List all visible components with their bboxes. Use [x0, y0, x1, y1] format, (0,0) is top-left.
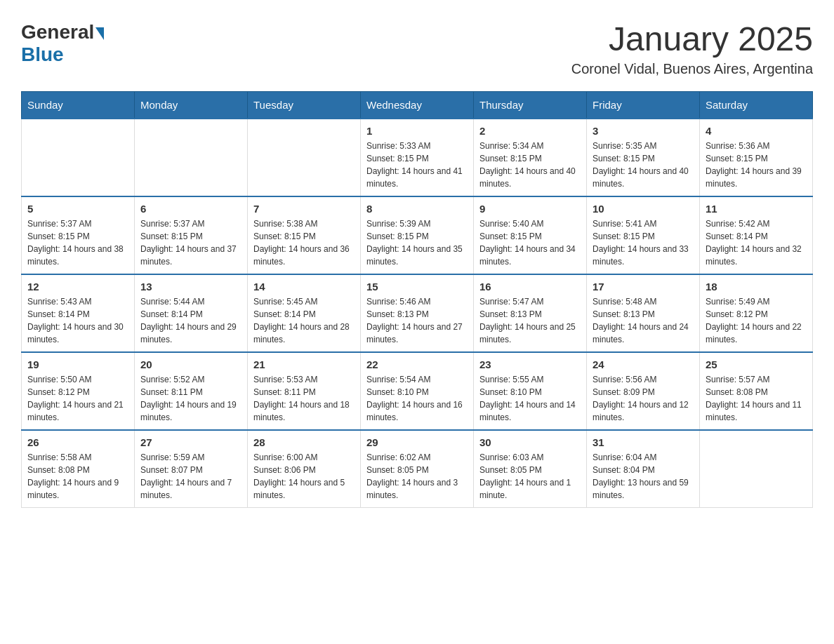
calendar-cell: 26Sunrise: 5:58 AMSunset: 8:08 PMDayligh… — [22, 430, 135, 508]
calendar-cell — [135, 119, 248, 196]
day-info: Sunrise: 6:04 AMSunset: 8:04 PMDaylight:… — [593, 451, 694, 502]
calendar-cell: 28Sunrise: 6:00 AMSunset: 8:06 PMDayligh… — [248, 430, 361, 508]
calendar-cell: 15Sunrise: 5:46 AMSunset: 8:13 PMDayligh… — [361, 274, 474, 352]
calendar-cell: 11Sunrise: 5:42 AMSunset: 8:14 PMDayligh… — [700, 196, 813, 274]
calendar-cell: 19Sunrise: 5:50 AMSunset: 8:12 PMDayligh… — [22, 352, 135, 430]
day-info: Sunrise: 5:47 AMSunset: 8:13 PMDaylight:… — [479, 295, 581, 346]
calendar-cell: 8Sunrise: 5:39 AMSunset: 8:15 PMDaylight… — [361, 196, 474, 274]
logo: General Blue — [21, 21, 105, 66]
calendar-cell: 14Sunrise: 5:45 AMSunset: 8:14 PMDayligh… — [248, 274, 361, 352]
location-subtitle: Coronel Vidal, Buenos Aires, Argentina — [571, 61, 813, 77]
day-number: 28 — [253, 436, 355, 448]
day-info: Sunrise: 5:42 AMSunset: 8:14 PMDaylight:… — [706, 217, 807, 268]
day-info: Sunrise: 5:49 AMSunset: 8:12 PMDaylight:… — [706, 295, 807, 346]
day-info: Sunrise: 5:44 AMSunset: 8:14 PMDaylight:… — [140, 295, 241, 346]
calendar-cell: 3Sunrise: 5:35 AMSunset: 8:15 PMDaylight… — [587, 119, 700, 196]
calendar-cell: 31Sunrise: 6:04 AMSunset: 8:04 PMDayligh… — [587, 430, 700, 508]
logo-general-text: General — [21, 21, 94, 43]
day-number: 1 — [366, 125, 468, 137]
calendar-header-row: SundayMondayTuesdayWednesdayThursdayFrid… — [22, 91, 813, 119]
calendar-cell: 29Sunrise: 6:02 AMSunset: 8:05 PMDayligh… — [361, 430, 474, 508]
day-number: 13 — [140, 281, 241, 293]
day-info: Sunrise: 5:46 AMSunset: 8:13 PMDaylight:… — [366, 295, 468, 346]
day-info: Sunrise: 5:59 AMSunset: 8:07 PMDaylight:… — [140, 451, 241, 502]
calendar-header-tuesday: Tuesday — [248, 91, 361, 119]
day-number: 19 — [27, 358, 128, 370]
calendar-cell: 20Sunrise: 5:52 AMSunset: 8:11 PMDayligh… — [135, 352, 248, 430]
calendar-header-saturday: Saturday — [700, 91, 813, 119]
day-number: 23 — [479, 358, 581, 370]
day-info: Sunrise: 6:00 AMSunset: 8:06 PMDaylight:… — [253, 451, 355, 502]
day-number: 5 — [27, 203, 128, 215]
calendar-cell — [248, 119, 361, 196]
calendar-cell: 13Sunrise: 5:44 AMSunset: 8:14 PMDayligh… — [135, 274, 248, 352]
calendar-cell: 1Sunrise: 5:33 AMSunset: 8:15 PMDaylight… — [361, 119, 474, 196]
day-number: 26 — [27, 436, 128, 448]
calendar-cell: 23Sunrise: 5:55 AMSunset: 8:10 PMDayligh… — [474, 352, 587, 430]
calendar-cell: 18Sunrise: 5:49 AMSunset: 8:12 PMDayligh… — [700, 274, 813, 352]
calendar-cell — [22, 119, 135, 196]
week-row-4: 19Sunrise: 5:50 AMSunset: 8:12 PMDayligh… — [22, 352, 813, 430]
day-number: 29 — [366, 436, 468, 448]
day-info: Sunrise: 6:02 AMSunset: 8:05 PMDaylight:… — [366, 451, 468, 502]
day-number: 21 — [253, 358, 355, 370]
day-number: 15 — [366, 281, 468, 293]
day-number: 16 — [479, 281, 581, 293]
calendar-table: SundayMondayTuesdayWednesdayThursdayFrid… — [21, 91, 813, 508]
week-row-5: 26Sunrise: 5:58 AMSunset: 8:08 PMDayligh… — [22, 430, 813, 508]
day-number: 8 — [366, 203, 468, 215]
calendar-header-wednesday: Wednesday — [361, 91, 474, 119]
calendar-header-friday: Friday — [587, 91, 700, 119]
day-info: Sunrise: 5:34 AMSunset: 8:15 PMDaylight:… — [479, 140, 581, 190]
calendar-cell: 21Sunrise: 5:53 AMSunset: 8:11 PMDayligh… — [248, 352, 361, 430]
calendar-cell: 10Sunrise: 5:41 AMSunset: 8:15 PMDayligh… — [587, 196, 700, 274]
day-info: Sunrise: 5:41 AMSunset: 8:15 PMDaylight:… — [593, 217, 694, 268]
day-number: 25 — [706, 358, 807, 370]
day-number: 6 — [140, 203, 241, 215]
day-info: Sunrise: 5:40 AMSunset: 8:15 PMDaylight:… — [479, 217, 581, 268]
calendar-cell: 25Sunrise: 5:57 AMSunset: 8:08 PMDayligh… — [700, 352, 813, 430]
day-info: Sunrise: 6:03 AMSunset: 8:05 PMDaylight:… — [479, 451, 581, 502]
day-number: 3 — [593, 125, 694, 137]
day-info: Sunrise: 5:52 AMSunset: 8:11 PMDaylight:… — [140, 373, 241, 424]
calendar-cell: 7Sunrise: 5:38 AMSunset: 8:15 PMDaylight… — [248, 196, 361, 274]
day-number: 12 — [27, 281, 128, 293]
day-number: 7 — [253, 203, 355, 215]
day-number: 10 — [593, 203, 694, 215]
day-info: Sunrise: 5:56 AMSunset: 8:09 PMDaylight:… — [593, 373, 694, 424]
day-info: Sunrise: 5:36 AMSunset: 8:15 PMDaylight:… — [706, 140, 807, 190]
day-info: Sunrise: 5:54 AMSunset: 8:10 PMDaylight:… — [366, 373, 468, 424]
day-info: Sunrise: 5:55 AMSunset: 8:10 PMDaylight:… — [479, 373, 581, 424]
day-number: 2 — [479, 125, 581, 137]
day-number: 17 — [593, 281, 694, 293]
day-info: Sunrise: 5:58 AMSunset: 8:08 PMDaylight:… — [27, 451, 128, 502]
calendar-header-sunday: Sunday — [22, 91, 135, 119]
day-info: Sunrise: 5:39 AMSunset: 8:15 PMDaylight:… — [366, 217, 468, 268]
week-row-3: 12Sunrise: 5:43 AMSunset: 8:14 PMDayligh… — [22, 274, 813, 352]
calendar-cell: 5Sunrise: 5:37 AMSunset: 8:15 PMDaylight… — [22, 196, 135, 274]
calendar-cell: 12Sunrise: 5:43 AMSunset: 8:14 PMDayligh… — [22, 274, 135, 352]
title-section: January 2025 Coronel Vidal, Buenos Aires… — [571, 21, 813, 77]
calendar-cell: 16Sunrise: 5:47 AMSunset: 8:13 PMDayligh… — [474, 274, 587, 352]
day-info: Sunrise: 5:43 AMSunset: 8:14 PMDaylight:… — [27, 295, 128, 346]
calendar-cell: 22Sunrise: 5:54 AMSunset: 8:10 PMDayligh… — [361, 352, 474, 430]
week-row-1: 1Sunrise: 5:33 AMSunset: 8:15 PMDaylight… — [22, 119, 813, 196]
day-number: 11 — [706, 203, 807, 215]
calendar-header-thursday: Thursday — [474, 91, 587, 119]
calendar-cell: 24Sunrise: 5:56 AMSunset: 8:09 PMDayligh… — [587, 352, 700, 430]
day-number: 14 — [253, 281, 355, 293]
day-number: 9 — [479, 203, 581, 215]
logo-arrow-icon — [95, 27, 104, 40]
day-number: 20 — [140, 358, 241, 370]
day-info: Sunrise: 5:33 AMSunset: 8:15 PMDaylight:… — [366, 140, 468, 190]
day-info: Sunrise: 5:50 AMSunset: 8:12 PMDaylight:… — [27, 373, 128, 424]
day-info: Sunrise: 5:35 AMSunset: 8:15 PMDaylight:… — [593, 140, 694, 190]
day-number: 18 — [706, 281, 807, 293]
calendar-header-monday: Monday — [135, 91, 248, 119]
logo-blue-text: Blue — [21, 43, 64, 65]
day-number: 30 — [479, 436, 581, 448]
day-info: Sunrise: 5:38 AMSunset: 8:15 PMDaylight:… — [253, 217, 355, 268]
day-info: Sunrise: 5:48 AMSunset: 8:13 PMDaylight:… — [593, 295, 694, 346]
day-info: Sunrise: 5:37 AMSunset: 8:15 PMDaylight:… — [140, 217, 241, 268]
day-info: Sunrise: 5:37 AMSunset: 8:15 PMDaylight:… — [27, 217, 128, 268]
